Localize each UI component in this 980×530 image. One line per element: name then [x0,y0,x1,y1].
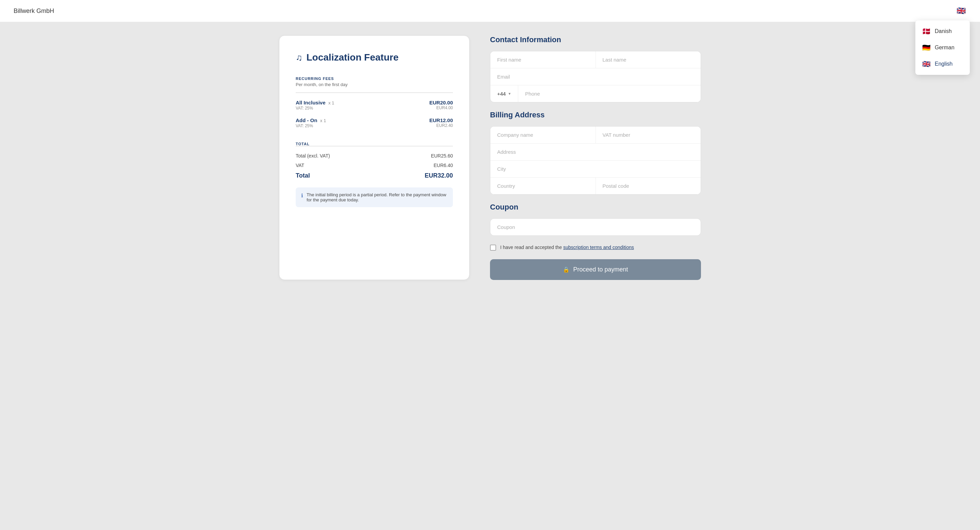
info-box: ℹ The initial billing period is a partia… [296,187,453,207]
first-name-field[interactable] [490,51,595,68]
recurring-fees-label: RECURRING FEES [296,76,453,81]
vat-value: EUR6.40 [434,163,453,168]
danish-flag-icon: 🇩🇰 [922,27,931,35]
product-title: ♫ Localization Feature [296,52,453,63]
city-field[interactable] [490,160,701,177]
email-row [490,68,701,86]
coupon-field[interactable] [490,219,701,235]
language-dropdown: 🇩🇰 Danish 🇩🇪 German 🇬🇧 English [915,21,970,75]
item-2-qty: x 1 [320,118,326,123]
danish-label: Danish [935,28,952,34]
total-final-label: Total [296,172,310,179]
lock-icon: 🔒 [563,267,570,273]
info-icon: ℹ [301,192,303,199]
lang-option-english[interactable]: 🇬🇧 English [915,56,970,72]
proceed-to-payment-button[interactable]: 🔒 Proceed to payment [490,259,701,280]
line-item-1: All Inclusive x 1 VAT: 25% EUR20.00 EUR4… [296,100,453,111]
item-1-price: EUR20.00 [430,100,453,105]
total-section: TOTAL Total (excl. VAT) EUR25.60 VAT EUR… [296,142,453,179]
total-excl-row: Total (excl. VAT) EUR25.60 [296,153,453,159]
company-row [490,127,701,144]
item-1-qty: x 1 [328,100,334,105]
current-lang-flag: 🇬🇧 [956,5,966,16]
recurring-fees-sub: Per month, on the first day [296,82,453,87]
app-title: Billwerk GmbH [14,8,54,14]
item-1-vat-pct: VAT: 25% [296,106,334,111]
billing-section-title: Billing Address [490,111,701,119]
country-field[interactable] [490,178,595,194]
contact-section-title: Contact Information [490,35,701,44]
total-label: TOTAL [296,142,453,146]
item-2-vat-amount: EUR2.40 [430,123,453,128]
item-2-price: EUR12.00 [430,117,453,123]
info-text: The initial billing period is a partial … [307,192,447,202]
terms-text: I have read and accepted the subscriptio… [500,244,634,251]
item-2-name: Add - On [296,117,317,123]
coupon-section: Coupon [490,203,701,236]
item-1-name: All Inclusive [296,100,326,105]
city-row [490,160,701,178]
language-selector-button[interactable]: 🇬🇧 [956,5,966,16]
name-row [490,51,701,68]
terms-text-prefix: I have read and accepted the [500,244,563,250]
coupon-row [490,219,701,235]
vat-number-field[interactable] [595,127,701,143]
terms-checkbox[interactable] [490,244,496,251]
item-1-vat-amount: EUR4.00 [430,105,453,110]
phone-field[interactable] [518,86,701,102]
last-name-field[interactable] [595,51,701,68]
vat-row: VAT EUR6.40 [296,163,453,168]
total-excl-value: EUR25.60 [431,153,453,159]
product-card: ♫ Localization Feature RECURRING FEES Pe… [279,35,469,280]
music-icon: ♫ [296,52,302,63]
main-content: ♫ Localization Feature RECURRING FEES Pe… [252,22,728,294]
terms-link[interactable]: subscription terms and conditions [563,244,634,250]
terms-row: I have read and accepted the subscriptio… [490,244,701,251]
lang-option-german[interactable]: 🇩🇪 German [915,40,970,56]
email-field[interactable] [490,68,701,85]
german-label: German [935,44,955,51]
total-final-row: Total EUR32.00 [296,172,453,179]
english-flag-icon: 🇬🇧 [922,60,931,68]
billing-form-card [490,126,701,195]
phone-code-value: +44 [497,91,506,97]
divider-recurring [296,92,453,93]
postal-code-field[interactable] [595,178,701,194]
country-postal-row [490,178,701,194]
total-final-value: EUR32.00 [425,172,453,179]
line-item-2: Add - On x 1 VAT: 25% EUR12.00 EUR2.40 [296,117,453,128]
english-label: English [935,61,953,67]
total-excl-label: Total (excl. VAT) [296,153,330,159]
phone-code-selector[interactable]: +44 ▼ [490,86,518,102]
contact-form-card: +44 ▼ [490,51,701,102]
divider-total [296,146,453,146]
german-flag-icon: 🇩🇪 [922,44,931,52]
phone-row: +44 ▼ [490,86,701,102]
item-2-vat-pct: VAT: 25% [296,124,326,128]
coupon-section-title: Coupon [490,203,701,212]
company-name-field[interactable] [490,127,595,143]
header: Billwerk GmbH 🇬🇧 [0,0,980,22]
coupon-form-card [490,218,701,236]
lang-option-danish[interactable]: 🇩🇰 Danish [915,23,970,40]
proceed-button-label: Proceed to payment [573,266,628,273]
chevron-down-icon: ▼ [508,92,511,95]
address-row [490,144,701,160]
vat-label: VAT [296,163,304,168]
address-field[interactable] [490,144,701,160]
right-panel: Contact Information +44 ▼ Billing Addres… [469,35,701,280]
